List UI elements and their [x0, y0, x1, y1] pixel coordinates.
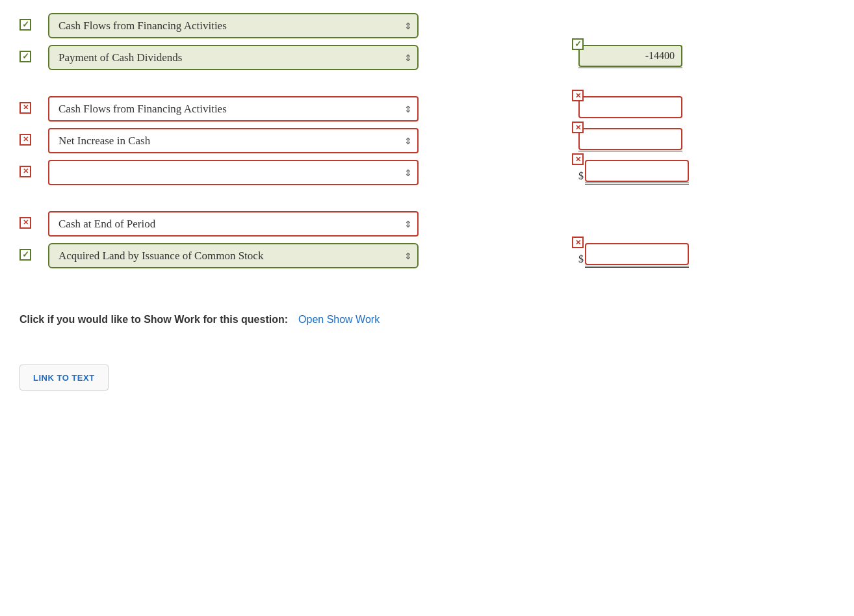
row-2-dropdown[interactable]: Payment of Cash Dividends	[48, 45, 419, 70]
row-2-check-icon: ✓	[19, 51, 31, 62]
row-6-select-wrapper: Cash at End of Period ⇕	[48, 211, 419, 237]
row-3-right: ✕	[578, 96, 682, 118]
row-7-left: ✓ Acquired Land by Issuance of Common St…	[19, 243, 461, 268]
row-3: ✕ Cash Flows from Financing Activities ⇕…	[19, 96, 835, 122]
row-4-dropdown[interactable]: Net Increase in Cash	[48, 128, 419, 153]
row-5-value-x-icon: ✕	[572, 153, 584, 165]
row-5-value-input[interactable]	[585, 160, 689, 182]
link-to-text-section: LINK TO TEXT	[19, 365, 109, 391]
row-4-value-wrapper: ✕	[578, 128, 682, 151]
row-4-value-input[interactable]	[578, 128, 682, 150]
row-7-checkbox[interactable]: ✓	[19, 249, 34, 263]
row-5-value-checkbox[interactable]: ✕	[572, 153, 584, 165]
row-5-checkbox[interactable]: ✕	[19, 166, 34, 180]
row-6-dropdown[interactable]: Cash at End of Period	[48, 211, 419, 237]
row-5-value-wrapper: ✕ $	[578, 160, 689, 185]
row-4: ✕ Net Increase in Cash ⇕ ✕	[19, 128, 835, 153]
row-4-left: ✕ Net Increase in Cash ⇕	[19, 128, 461, 153]
row-2-checkbox[interactable]: ✓	[19, 51, 34, 65]
row-1-dropdown[interactable]: Cash Flows from Financing Activities	[48, 13, 419, 38]
row-3-value-checkbox[interactable]: ✕	[572, 90, 584, 101]
row-5-left: ✕ ⇕	[19, 160, 461, 185]
row-6-x-icon: ✕	[19, 217, 31, 229]
link-to-text-button[interactable]: LINK TO TEXT	[33, 373, 95, 383]
row-3-value-wrapper: ✕	[578, 96, 682, 118]
row-4-value-checkbox[interactable]: ✕	[572, 122, 584, 133]
row-4-checkbox[interactable]: ✕	[19, 134, 34, 148]
row-7-select-wrapper: Acquired Land by Issuance of Common Stoc…	[48, 243, 419, 268]
row-3-value-x-icon: ✕	[572, 90, 584, 101]
row-2-right: ✓	[578, 45, 682, 68]
main-container: ✓ Cash Flows from Financing Activities ⇕…	[0, 0, 854, 616]
row-5-select-wrapper: ⇕	[48, 160, 419, 185]
row-5-dropdown[interactable]	[48, 160, 419, 185]
row-7-value-x-icon: ✕	[572, 237, 584, 248]
row-4-value-x-icon: ✕	[572, 122, 584, 133]
row-7-check-icon: ✓	[19, 249, 31, 261]
show-work-label: Click if you would like to Show Work for…	[19, 314, 288, 325]
row-4-right: ✕	[578, 128, 682, 151]
row-7-dropdown[interactable]: Acquired Land by Issuance of Common Stoc…	[48, 243, 419, 268]
row-4-select-wrapper: Net Increase in Cash ⇕	[48, 128, 419, 153]
row-2-left: ✓ Payment of Cash Dividends ⇕	[19, 45, 461, 70]
show-work-section: Click if you would like to Show Work for…	[19, 314, 835, 326]
row-1-checkbox[interactable]: ✓	[19, 19, 34, 33]
show-work-link[interactable]: Open Show Work	[298, 314, 380, 325]
row-4-x-icon: ✕	[19, 134, 31, 146]
row-4-underline	[578, 151, 682, 151]
row-3-left: ✕ Cash Flows from Financing Activities ⇕	[19, 96, 461, 122]
row-2-value-check-icon: ✓	[572, 38, 584, 50]
row-2-select-wrapper: Payment of Cash Dividends ⇕	[48, 45, 419, 70]
row-2-underline	[578, 68, 682, 68]
row-5-underline	[585, 183, 689, 185]
row-3-select-wrapper: Cash Flows from Financing Activities ⇕	[48, 96, 419, 122]
row-3-value-input[interactable]	[578, 96, 682, 118]
row-5: ✕ ⇕ ✕ $	[19, 160, 835, 185]
row-2-value-checkbox[interactable]: ✓	[572, 38, 584, 50]
row-1-left: ✓ Cash Flows from Financing Activities ⇕	[19, 13, 461, 38]
row-7-underline	[585, 266, 689, 268]
row-7-dollar-sign: $	[578, 253, 584, 265]
row-3-checkbox[interactable]: ✕	[19, 102, 34, 116]
row-6-left: ✕ Cash at End of Period ⇕	[19, 211, 461, 237]
row-7-dollar-row: $	[578, 243, 689, 268]
row-7-value-wrapper: ✕ $	[578, 243, 689, 268]
row-2: ✓ Payment of Cash Dividends ⇕ ✓	[19, 45, 835, 70]
row-5-dollar-row: $	[578, 160, 689, 185]
row-6-checkbox[interactable]: ✕	[19, 217, 34, 231]
row-2-value-input[interactable]	[578, 45, 682, 67]
row-3-dropdown[interactable]: Cash Flows from Financing Activities	[48, 96, 419, 122]
row-1: ✓ Cash Flows from Financing Activities ⇕	[19, 13, 835, 38]
row-2-value-wrapper: ✓	[578, 45, 682, 68]
row-1-select-wrapper: Cash Flows from Financing Activities ⇕	[48, 13, 419, 38]
row-5-x-icon: ✕	[19, 166, 31, 177]
row-7-value-checkbox[interactable]: ✕	[572, 237, 584, 248]
row-7-right: ✕ $	[578, 243, 689, 268]
row-3-x-icon: ✕	[19, 102, 31, 114]
row-5-dollar-sign: $	[578, 170, 584, 182]
row-7: ✓ Acquired Land by Issuance of Common St…	[19, 243, 835, 268]
row-1-check-icon: ✓	[19, 19, 31, 31]
row-6: ✕ Cash at End of Period ⇕	[19, 211, 835, 237]
row-5-right: ✕ $	[578, 160, 689, 185]
row-7-value-input[interactable]	[585, 243, 689, 265]
